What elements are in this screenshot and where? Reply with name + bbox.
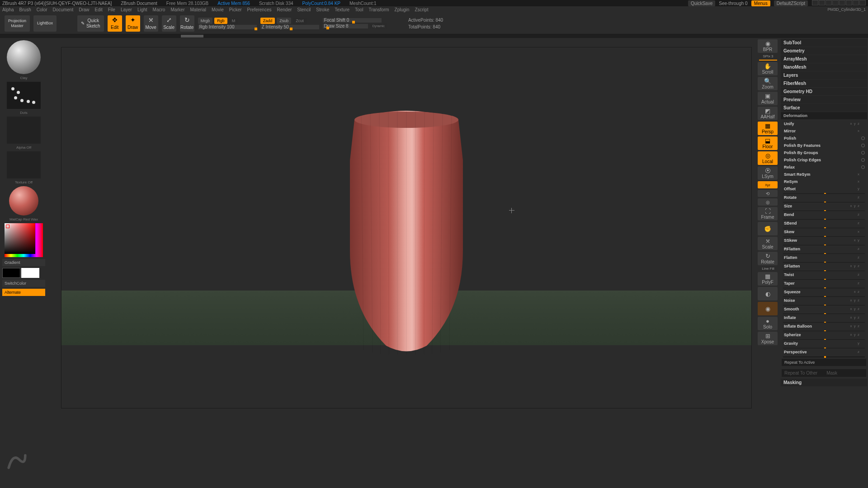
lightbox-button[interactable]: LightBox bbox=[33, 15, 57, 32]
axis-label[interactable]: x y z bbox=[850, 333, 866, 337]
color-picker[interactable] bbox=[5, 223, 43, 257]
projection-master-button[interactable]: Projection Master bbox=[5, 15, 30, 32]
transp-button[interactable]: ◐ bbox=[758, 287, 778, 300]
axis-label[interactable]: z bbox=[858, 255, 866, 259]
mrgb-button[interactable]: Mrgb bbox=[198, 18, 213, 24]
focalshift-slider[interactable]: Focal Shift 0 bbox=[323, 18, 382, 23]
zsub-button[interactable]: Zsub bbox=[277, 18, 291, 24]
deform-mirror[interactable]: Mirrorx bbox=[782, 127, 866, 134]
axis-label[interactable]: z bbox=[858, 212, 866, 216]
section-arraymesh[interactable]: ArrayMesh bbox=[781, 55, 867, 63]
alternate-button[interactable]: Alternate bbox=[2, 289, 45, 296]
menu-draw[interactable]: Draw bbox=[79, 7, 89, 12]
axis-label[interactable]: z bbox=[858, 247, 866, 251]
spix-label[interactable]: SPix 3 bbox=[758, 54, 778, 58]
axis-label[interactable]: x bbox=[858, 172, 866, 176]
menu-render[interactable]: Render bbox=[277, 7, 292, 12]
section-fibermesh[interactable]: FiberMesh bbox=[781, 80, 867, 87]
rot-center-button[interactable]: ◎ bbox=[758, 198, 778, 206]
deform-gravity[interactable]: Gravityy bbox=[782, 340, 866, 348]
ghost-button[interactable]: ◉ bbox=[758, 302, 778, 315]
deform-slider[interactable] bbox=[783, 357, 865, 357]
brush-preview[interactable] bbox=[7, 40, 41, 74]
repeat-active-button[interactable]: Repeat To Active bbox=[782, 359, 866, 366]
edit-button[interactable]: ✥Edit bbox=[108, 15, 122, 32]
deform-polish[interactable]: Polish bbox=[782, 135, 866, 141]
draw-button[interactable]: ✦Draw bbox=[126, 15, 140, 32]
scale-button[interactable]: ⤢Scale bbox=[162, 15, 176, 32]
menu-edit[interactable]: Edit bbox=[95, 7, 103, 12]
axis-label[interactable]: x bbox=[858, 230, 866, 234]
menu-zplugin[interactable]: Zplugin bbox=[395, 7, 410, 12]
deform-smart-resym[interactable]: Smart ReSymx bbox=[782, 171, 866, 178]
axis-label[interactable]: x y z bbox=[850, 324, 866, 328]
scale-view-button[interactable]: ⤧Scale bbox=[758, 237, 778, 250]
section-geometryhd[interactable]: Geometry HD bbox=[781, 88, 867, 95]
deform-rotate[interactable]: Rotatez bbox=[782, 194, 866, 202]
axis-label[interactable]: z bbox=[858, 221, 866, 225]
axis-label[interactable]: z bbox=[858, 350, 866, 354]
menu-transform[interactable]: Transform bbox=[368, 7, 389, 12]
axis-label[interactable]: x y z bbox=[850, 298, 866, 302]
m-button[interactable]: M bbox=[229, 18, 238, 24]
menu-picker[interactable]: Picker bbox=[229, 7, 242, 12]
dynamic-button[interactable]: Dynamic bbox=[370, 23, 387, 28]
xpose-button[interactable]: ⊞Xpose bbox=[758, 332, 778, 345]
deform-sbend[interactable]: SBendz bbox=[782, 220, 866, 228]
axis-label[interactable]: z bbox=[858, 272, 866, 277]
menu-marker[interactable]: Marker bbox=[170, 7, 184, 12]
move-view-button[interactable]: ✊ bbox=[758, 222, 778, 235]
menu-layer[interactable]: Layer bbox=[121, 7, 132, 12]
deform-skew[interactable]: Skewx bbox=[782, 228, 866, 236]
deform-taper[interactable]: Taperz bbox=[782, 280, 866, 288]
swatch-main[interactable] bbox=[2, 268, 20, 278]
deform-inflate-balloon[interactable]: Inflate Balloonx y z bbox=[782, 323, 866, 331]
deform-polish-by-groups[interactable]: Polish By Groups bbox=[782, 149, 866, 156]
texture-preview[interactable] bbox=[7, 151, 41, 178]
axis-label[interactable]: x y z bbox=[850, 204, 866, 208]
menu-stroke[interactable]: Stroke bbox=[316, 7, 329, 12]
menu-brush[interactable]: Brush bbox=[19, 7, 31, 12]
section-layers[interactable]: Layers bbox=[781, 71, 867, 79]
section-masking[interactable]: Masking bbox=[781, 379, 867, 386]
deform-resym[interactable]: ReSymx bbox=[782, 178, 866, 185]
axis-label[interactable]: z bbox=[858, 195, 866, 199]
mesh-object[interactable] bbox=[336, 106, 476, 355]
deform-squeeze[interactable]: Squeezex z bbox=[782, 288, 866, 296]
zcut-button[interactable]: Zcut bbox=[293, 18, 307, 24]
circle-icon[interactable] bbox=[861, 158, 865, 162]
axis-label[interactable]: x y z bbox=[850, 307, 866, 311]
deform-twist[interactable]: Twistz bbox=[782, 271, 866, 279]
axis-label[interactable]: x y bbox=[854, 238, 866, 242]
section-subtool[interactable]: SubTool bbox=[781, 39, 867, 47]
deform-size[interactable]: Sizex y z bbox=[782, 202, 866, 211]
quicksave-button[interactable]: QuickSave bbox=[688, 0, 715, 6]
viewport[interactable] bbox=[61, 47, 752, 408]
menu-document[interactable]: Document bbox=[53, 7, 74, 12]
seethrough-slider[interactable]: See-through 0 bbox=[719, 1, 747, 6]
z-intensity-slider[interactable]: Z Intensity 50 bbox=[260, 25, 319, 29]
axis-label[interactable]: x y z bbox=[850, 122, 866, 126]
menu-stencil[interactable]: Stencil bbox=[297, 7, 311, 12]
section-geometry[interactable]: Geometry bbox=[781, 47, 867, 55]
menu-color[interactable]: Color bbox=[37, 7, 47, 12]
stroke-preview[interactable] bbox=[7, 82, 41, 109]
menu-preferences[interactable]: Preferences bbox=[247, 7, 272, 12]
persp-button[interactable]: ▦Persp bbox=[758, 122, 778, 135]
zoom-button[interactable]: 🔍Zoom bbox=[758, 77, 778, 90]
deform-sflatten[interactable]: SFlattenx y z bbox=[782, 263, 866, 271]
circle-icon[interactable] bbox=[861, 165, 865, 169]
swatch-secondary[interactable] bbox=[21, 268, 39, 278]
bpr-button[interactable]: ◉BPR bbox=[758, 39, 778, 53]
circle-icon[interactable] bbox=[861, 136, 865, 140]
quicksketch-button[interactable]: ✎Quick Sketch bbox=[77, 15, 104, 32]
defaultscript-button[interactable]: DefaultZScript bbox=[774, 0, 808, 6]
menu-macro[interactable]: Macro bbox=[153, 7, 165, 12]
scroll-button[interactable]: ✋Scroll bbox=[758, 62, 778, 75]
deform-sskew[interactable]: SSkewx y bbox=[782, 237, 866, 245]
rgb-intensity-slider[interactable]: Rgb Intensity 100 bbox=[198, 25, 257, 29]
axis-label[interactable]: y bbox=[858, 187, 866, 191]
alpha-preview[interactable] bbox=[7, 117, 41, 144]
deform-perspective[interactable]: Perspectivez bbox=[782, 348, 866, 357]
deform-polish-by-features[interactable]: Polish By Features bbox=[782, 142, 866, 149]
